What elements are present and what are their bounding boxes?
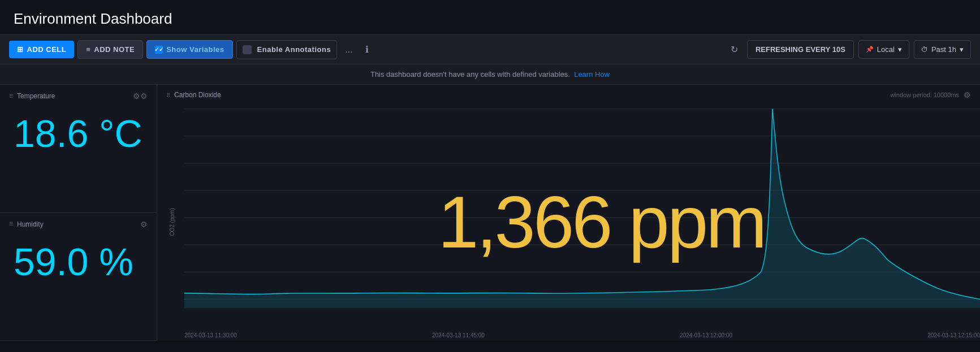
x-tick-1: 2024-03-13 11:30:00 <box>184 332 237 338</box>
drag-handle-icon-3: ⠿ <box>166 92 171 98</box>
humidity-panel-header: ⠿ Humidity ⚙ <box>9 220 148 229</box>
show-variables-button[interactable]: ✓ Show Variables <box>146 40 232 59</box>
enable-annotations-button[interactable]: Enable Annotations <box>236 40 338 59</box>
list-icon <box>86 45 90 54</box>
temperature-value: 18.6 °C <box>9 105 148 157</box>
toolbar-right: ↻ REFRESHING EVERY 10S 📌 Local ▾ ⏱ Past … <box>726 40 971 59</box>
chevron-down-icon: ▾ <box>898 45 902 54</box>
checkbox-icon: ✓ <box>155 46 163 54</box>
pin-icon: 📌 <box>866 46 874 53</box>
chart-header: ⠿ Carbon Dioxide window period: 10000ms … <box>157 85 980 103</box>
add-cell-button[interactable]: ADD CELL <box>9 41 74 58</box>
y-axis-label: CO2 (ppm) <box>169 208 175 236</box>
refresh-icon: ↻ <box>731 45 738 54</box>
dashboard-grid: ⠿ Temperature ⚙ 18.6 °C ⠿ Humidity ⚙ 59.… <box>0 85 980 341</box>
page-title: Environment Dashboard <box>14 10 172 27</box>
humidity-panel-title: ⠿ Humidity <box>9 220 44 228</box>
chart-meta-area: window period: 10000ms ⚙ <box>890 90 971 99</box>
humidity-unit: % <box>99 240 133 283</box>
variables-banner: This dashboard doesn't have any cells wi… <box>0 64 980 85</box>
page-header: Environment Dashboard <box>0 0 980 34</box>
more-options-button[interactable]: ... <box>340 40 357 59</box>
clock-icon: ⏱ <box>921 46 928 54</box>
drag-handle-icon-2: ⠿ <box>9 221 14 227</box>
temperature-panel: ⠿ Temperature ⚙ 18.6 °C <box>0 85 157 213</box>
humidity-gear-icon[interactable]: ⚙ <box>140 220 148 229</box>
toggle-icon <box>243 45 252 54</box>
chart-title: ⠿ Carbon Dioxide <box>166 91 221 99</box>
grid-icon <box>17 45 24 54</box>
x-tick-2: 2024-03-13 11:45:00 <box>432 332 485 338</box>
toolbar-left: ADD CELL ADD NOTE ✓ Show Variables Enabl… <box>9 40 723 59</box>
dots-icon: ... <box>345 45 352 54</box>
x-axis-labels: 2024-03-13 11:30:00 2024-03-13 11:45:00 … <box>184 332 980 338</box>
check-icon: ✓ <box>154 46 164 53</box>
temperature-panel-title: ⠿ Temperature <box>9 92 55 100</box>
chart-svg: 1520 1500 1480 1460 1440 1420 1400 1380 <box>184 103 980 320</box>
time-range-dropdown[interactable]: ⏱ Past 1h ▾ <box>914 40 971 59</box>
add-note-button[interactable]: ADD NOTE <box>77 40 143 59</box>
info-button[interactable]: ℹ <box>361 40 373 59</box>
info-icon: ℹ <box>365 45 369 54</box>
chart-container: 1,366 ppm 1520 1500 1480 1460 1440 1420 <box>157 103 980 341</box>
toolbar: ADD CELL ADD NOTE ✓ Show Variables Enabl… <box>0 34 980 64</box>
refreshing-button[interactable]: REFRESHING EVERY 10S <box>747 40 854 59</box>
drag-handle-icon: ⠿ <box>9 93 14 99</box>
temperature-panel-header: ⠿ Temperature ⚙ <box>9 92 148 101</box>
temperature-gear-icon[interactable]: ⚙ <box>133 92 148 101</box>
humidity-panel: ⠿ Humidity ⚙ 59.0 % <box>0 213 157 341</box>
temperature-unit: °C <box>99 112 142 155</box>
chevron-down-icon-2: ▾ <box>960 45 964 54</box>
x-tick-4: 2024-03-13 12:15:00 <box>927 332 980 338</box>
carbon-dioxide-panel: ⠿ Carbon Dioxide window period: 10000ms … <box>157 85 980 341</box>
refresh-icon-button[interactable]: ↻ <box>726 40 742 59</box>
chart-gear-icon[interactable]: ⚙ <box>964 90 971 99</box>
x-tick-3: 2024-03-13 12:00:00 <box>680 332 732 338</box>
local-dropdown[interactable]: 📌 Local ▾ <box>858 40 909 59</box>
left-panels: ⠿ Temperature ⚙ 18.6 °C ⠿ Humidity ⚙ 59.… <box>0 85 157 341</box>
learn-how-link[interactable]: Learn How <box>574 70 610 79</box>
window-period-label: window period: 10000ms <box>890 92 959 98</box>
humidity-value: 59.0 % <box>9 233 148 285</box>
